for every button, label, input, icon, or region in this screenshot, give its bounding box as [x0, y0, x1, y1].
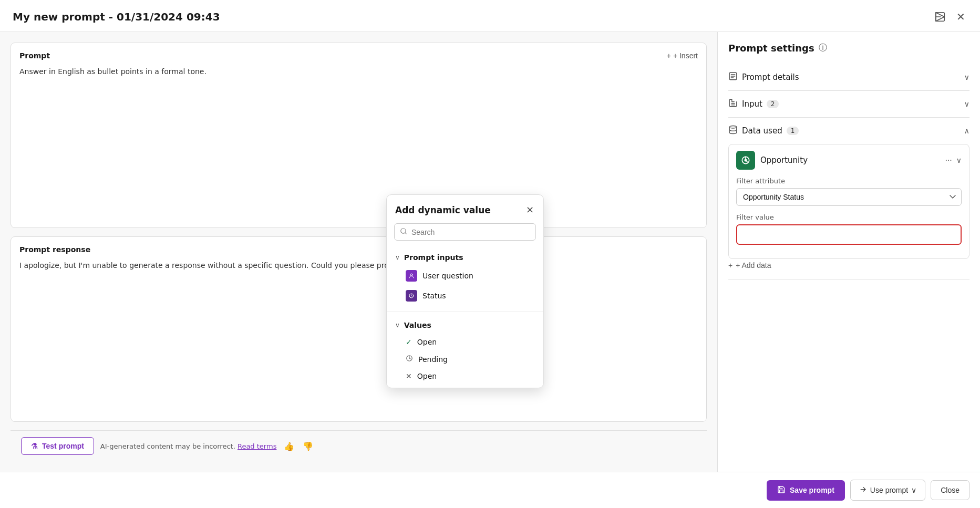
values-pending-label: Pending — [418, 355, 448, 364]
prompt-details-label: Prompt details — [742, 72, 799, 82]
response-text: I apologize, but I'm unable to generate … — [19, 260, 698, 271]
clock-icon — [406, 355, 413, 364]
prompt-details-chevron: ∨ — [964, 73, 969, 81]
send-icon-button[interactable] — [932, 9, 948, 25]
opportunity-name: Opportunity — [760, 155, 808, 165]
svg-point-9 — [745, 159, 746, 161]
title-bar: My new prompt - 01/31/2024 09:43 ✕ — [0, 0, 980, 32]
user-question-icon — [406, 270, 417, 282]
filter-value-section: Filter value — [736, 213, 962, 245]
accordion-prompt-details-header[interactable]: Prompt details ∨ — [728, 71, 969, 83]
test-prompt-button[interactable]: ⚗ Test prompt — [21, 437, 94, 455]
opportunity-expand-chevron[interactable]: ∨ — [956, 156, 962, 164]
title-bar-icons: ✕ — [932, 8, 967, 25]
left-panel: Prompt + + Insert Answer in English as b… — [0, 32, 717, 472]
prompt-inputs-chevron: ∨ — [395, 254, 400, 261]
right-panel: Prompt settings ⓘ — [717, 32, 980, 472]
accordion-input-header[interactable]: Input 2 ∨ — [728, 98, 969, 110]
data-used-title-row: Data used 1 — [728, 125, 799, 137]
add-data-button[interactable]: + + Add data — [728, 259, 771, 272]
bottom-bar: ⚗ Test prompt AI-generated content may b… — [11, 430, 707, 461]
use-prompt-button[interactable]: Use prompt ∨ — [850, 480, 925, 501]
opportunity-card-header: Opportunity ··· ∨ — [736, 151, 962, 170]
input-badge: 2 — [767, 100, 779, 108]
section-divider — [387, 311, 543, 312]
data-used-content: Opportunity ··· ∨ Filter attribute Opp — [728, 137, 969, 272]
add-data-label: + Add data — [736, 261, 771, 269]
svg-point-13 — [410, 274, 412, 276]
plus-icon: + — [667, 51, 671, 60]
input-chevron: ∨ — [964, 100, 969, 108]
save-prompt-label: Save prompt — [790, 486, 834, 494]
prompt-details-icon — [728, 71, 738, 83]
close-footer-button[interactable]: Close — [931, 480, 969, 500]
accordion-data-used: Data used 1 ∧ — [728, 118, 969, 279]
insert-label: + Insert — [673, 51, 698, 60]
prompt-details-title-row: Prompt details — [728, 71, 799, 83]
dropdown-item-user-question[interactable]: User question — [387, 266, 543, 286]
use-prompt-chevron: ∨ — [911, 486, 916, 494]
x-icon: ✕ — [406, 372, 412, 380]
values-open-check-label: Open — [417, 338, 437, 346]
data-used-icon — [728, 125, 738, 137]
input-title-row: Input 2 — [728, 98, 779, 110]
opportunity-menu-button[interactable]: ··· — [945, 155, 952, 165]
values-section: ∨ Values ✓ Open Pending ✕ Open — [387, 314, 543, 388]
insert-button[interactable]: + + Insert — [667, 51, 698, 60]
filter-value-input[interactable] — [742, 231, 955, 239]
filter-attribute-section: Filter attribute Opportunity Status Oppo… — [736, 177, 962, 213]
info-icon[interactable]: ⓘ — [819, 43, 827, 54]
data-used-chevron: ∧ — [964, 127, 969, 135]
prompt-inputs-section: ∨ Prompt inputs User question Status — [387, 246, 543, 309]
filter-attribute-select[interactable]: Opportunity Status Opportunity Name Stag… — [736, 188, 962, 206]
accordion-data-used-header[interactable]: Data used 1 ∧ — [728, 125, 969, 137]
disclaimer-text: AI-generated content may be incorrect. — [100, 442, 235, 450]
values-header[interactable]: ∨ Values — [387, 317, 543, 334]
prompt-inputs-label: Prompt inputs — [404, 253, 463, 262]
right-panel-footer: Save prompt Use prompt ∨ Close — [0, 472, 980, 508]
svg-line-12 — [405, 233, 407, 234]
dynamic-search-input[interactable] — [411, 228, 530, 236]
input-icon — [728, 98, 738, 110]
filter-value-label: Filter value — [736, 213, 962, 221]
data-used-badge: 1 — [787, 127, 799, 135]
read-terms-link[interactable]: Read terms — [238, 442, 276, 450]
spacer — [728, 279, 969, 461]
data-used-label: Data used — [742, 126, 782, 136]
values-label: Values — [404, 321, 431, 329]
values-item-open-x[interactable]: ✕ Open — [387, 368, 543, 385]
opportunity-actions: ··· ∨ — [945, 155, 962, 165]
values-chevron: ∨ — [395, 322, 400, 329]
dropdown-item-status[interactable]: Status — [387, 286, 543, 306]
response-label: Prompt response — [19, 245, 698, 254]
values-open-x-label: Open — [417, 372, 437, 380]
use-prompt-label: Use prompt — [870, 486, 908, 494]
dynamic-value-dropdown: Add dynamic value ✕ ∨ Prompt inputs — [386, 194, 544, 388]
save-prompt-button[interactable]: Save prompt — [767, 480, 845, 501]
prompt-text: Answer in English as bullet points in a … — [19, 66, 698, 77]
user-question-label: User question — [422, 272, 473, 280]
dynamic-dropdown-title: Add dynamic value — [395, 205, 491, 215]
dynamic-search-container — [394, 223, 536, 241]
save-icon — [777, 485, 786, 495]
check-icon: ✓ — [406, 338, 412, 346]
opportunity-logo-row: Opportunity — [736, 151, 808, 170]
values-item-open-check[interactable]: ✓ Open — [387, 334, 543, 350]
filter-value-container — [736, 224, 962, 245]
prompt-box: Prompt + + Insert Answer in English as b… — [11, 43, 707, 228]
thumbs-up-button[interactable]: 👍 — [283, 440, 295, 452]
prompt-box-header: Prompt + + Insert — [19, 51, 698, 60]
status-label: Status — [422, 292, 446, 300]
thumbs-down-button[interactable]: 👎 — [302, 440, 314, 452]
dynamic-dropdown-close[interactable]: ✕ — [525, 203, 535, 217]
prompt-label: Prompt — [19, 51, 50, 60]
prompt-inputs-header[interactable]: ∨ Prompt inputs — [387, 249, 543, 266]
close-button[interactable]: ✕ — [954, 8, 967, 25]
ai-disclaimer: AI-generated content may be incorrect. R… — [100, 442, 277, 450]
right-panel-header: Prompt settings ⓘ — [728, 43, 969, 54]
values-item-pending[interactable]: Pending — [387, 350, 543, 368]
response-box: Prompt response I apologize, but I'm una… — [11, 236, 707, 422]
window-title: My new prompt - 01/31/2024 09:43 — [13, 11, 220, 23]
accordion-input: Input 2 ∨ — [728, 91, 969, 118]
opportunity-logo-icon — [736, 151, 755, 170]
